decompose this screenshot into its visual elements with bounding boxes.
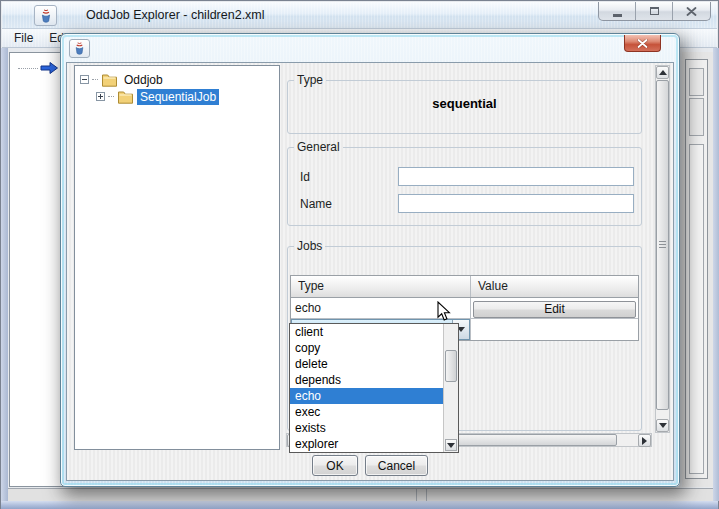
screen: OddJob Explorer - children2.xml File Edi… xyxy=(0,0,719,509)
scroll-up-button[interactable] xyxy=(656,66,669,79)
tree-label-oddjob[interactable]: Oddjob xyxy=(121,72,166,88)
folder-icon xyxy=(101,73,118,87)
right-panel-box xyxy=(689,144,704,474)
mouse-cursor xyxy=(437,301,452,326)
tree-item-oddjob[interactable]: Oddjob xyxy=(80,71,166,88)
status-strip xyxy=(3,488,715,501)
tree-connector xyxy=(92,79,98,80)
form-vertical-scrollbar[interactable] xyxy=(655,65,670,433)
window-title: OddJob Explorer - children2.xml xyxy=(86,2,265,29)
dropdown-scrollbar[interactable] xyxy=(443,324,458,452)
dialog-content: Oddjob SequentialJob Type sequential xyxy=(66,62,674,481)
cancel-button[interactable]: Cancel xyxy=(365,455,428,476)
java-cup-icon xyxy=(39,9,53,23)
row2-value-cell[interactable] xyxy=(471,319,638,340)
tree-connector xyxy=(18,68,38,69)
java-cup-icon xyxy=(73,42,86,55)
ok-button[interactable]: OK xyxy=(312,455,358,476)
type-dropdown-popup: client copy delete depends echo exec exi… xyxy=(289,323,459,453)
maximize-icon xyxy=(650,7,659,15)
job-designer-dialog: Oddjob SequentialJob Type sequential xyxy=(60,33,680,487)
window-frame-bottom xyxy=(1,501,718,509)
dropdown-scroll-down-button[interactable] xyxy=(445,439,457,451)
close-icon xyxy=(637,39,648,48)
name-label: Name xyxy=(300,197,332,211)
expand-icon[interactable] xyxy=(96,92,105,101)
right-panel-column xyxy=(685,59,708,479)
jobs-group-label: Jobs xyxy=(294,239,325,253)
arrow-down-icon xyxy=(659,423,667,428)
general-group: General Id Name xyxy=(287,140,642,226)
window-controls xyxy=(598,2,711,21)
blue-arrow-icon xyxy=(40,61,59,75)
right-panel-box xyxy=(689,68,704,96)
id-label: Id xyxy=(300,170,310,184)
general-group-label: General xyxy=(294,140,343,154)
dialog-close-button[interactable] xyxy=(624,35,661,52)
type-value: sequential xyxy=(288,96,641,111)
name-field[interactable] xyxy=(398,194,634,213)
vertical-scroll-thumb[interactable] xyxy=(656,80,669,410)
dropdown-scroll-thumb[interactable] xyxy=(445,350,457,382)
right-panel-strip xyxy=(682,52,713,487)
arrow-up-icon xyxy=(659,70,667,75)
id-field[interactable] xyxy=(398,167,634,186)
window-frame-left xyxy=(1,48,8,501)
table-row[interactable]: echo Edit xyxy=(291,298,638,319)
minimize-button[interactable] xyxy=(599,2,636,20)
edit-button[interactable]: Edit xyxy=(473,301,636,318)
jobs-table-header: Type Value xyxy=(291,276,638,298)
scroll-right-button[interactable] xyxy=(638,434,651,447)
dropdown-item-copy[interactable]: copy xyxy=(290,340,458,356)
tree-connector xyxy=(108,96,114,97)
close-button-main[interactable] xyxy=(673,2,710,20)
app-icon[interactable] xyxy=(34,5,57,26)
row1-value-cell: Edit xyxy=(471,298,638,318)
name-row: Name xyxy=(288,194,641,214)
folder-icon xyxy=(117,90,134,104)
dropdown-item-client[interactable]: client xyxy=(290,324,458,340)
minimize-icon xyxy=(613,14,622,17)
type-group-label: Type xyxy=(294,73,326,87)
dropdown-item-delete[interactable]: delete xyxy=(290,356,458,372)
dropdown-item-echo[interactable]: echo xyxy=(290,388,458,404)
dropdown-item-depends[interactable]: depends xyxy=(290,372,458,388)
thumb-grip xyxy=(659,241,666,249)
column-header-value[interactable]: Value xyxy=(471,276,638,297)
job-tree-panel[interactable]: Oddjob SequentialJob xyxy=(74,65,280,450)
menu-file[interactable]: File xyxy=(14,31,33,45)
dropdown-item-exec[interactable]: exec xyxy=(290,404,458,420)
right-panel-box xyxy=(689,98,704,136)
column-header-type[interactable]: Type xyxy=(291,276,471,297)
tree-item-sequentialjob[interactable]: SequentialJob xyxy=(96,88,219,105)
dropdown-item-exists[interactable]: exists xyxy=(290,420,458,436)
dropdown-item-explorer[interactable]: explorer xyxy=(290,436,458,452)
arrow-down-icon xyxy=(447,443,455,448)
scroll-down-button[interactable] xyxy=(656,419,669,432)
close-icon xyxy=(686,7,697,16)
type-group: Type sequential xyxy=(287,73,642,134)
collapse-icon[interactable] xyxy=(80,75,89,84)
main-titlebar[interactable]: OddJob Explorer - children2.xml xyxy=(2,2,717,29)
tree-label-sequentialjob[interactable]: SequentialJob xyxy=(137,89,219,105)
arrow-right-icon xyxy=(642,437,647,445)
maximize-button[interactable] xyxy=(636,2,673,20)
dialog-icon xyxy=(69,39,90,58)
window-frame-right xyxy=(713,48,719,501)
id-row: Id xyxy=(288,167,641,187)
